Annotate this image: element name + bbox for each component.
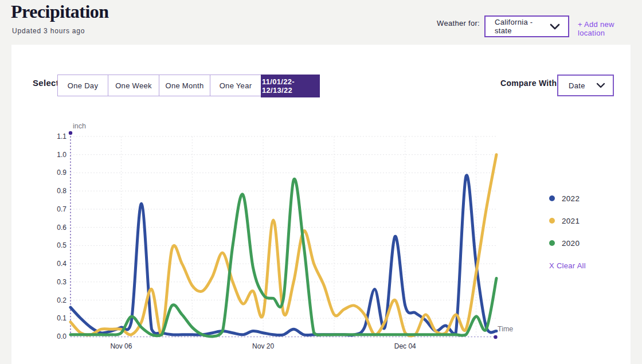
compare-with-label: Compare With: <box>500 79 559 88</box>
chevron-down-icon <box>550 24 560 30</box>
legend-item-2021[interactable]: 2021 <box>549 217 586 225</box>
legend-item-2020[interactable]: 2020 <box>549 239 586 247</box>
legend-item-2022[interactable]: 2022 <box>549 194 586 202</box>
legend-dot-2021 <box>549 218 555 224</box>
tab-one-year[interactable]: One Year <box>210 75 261 96</box>
tab-one-week[interactable]: One Week <box>108 75 159 96</box>
location-dropdown[interactable]: California - state <box>484 15 569 37</box>
legend-label: 2022 <box>562 194 580 203</box>
tab-one-day[interactable]: One Day <box>58 75 108 96</box>
add-location-link[interactable]: + Add new location <box>578 20 642 37</box>
weather-for-label: Weather for: <box>432 19 480 28</box>
select-label: Select <box>33 78 59 88</box>
compare-date-value: Date <box>569 81 585 90</box>
chevron-down-icon <box>596 83 605 88</box>
clear-all-link[interactable]: X Clear All <box>549 261 586 270</box>
weather-app-page: Precipitation Updated 3 hours ago Weathe… <box>0 0 642 364</box>
location-dropdown-value: California - state <box>495 18 550 35</box>
compare-date-dropdown[interactable]: Date <box>557 75 614 96</box>
tab-11-01-22-12-13-22[interactable]: 11/01/22-12/13/22 <box>261 75 320 97</box>
legend-label: 2020 <box>562 239 580 248</box>
legend-dot-2020 <box>549 240 555 246</box>
legend-label: 2021 <box>562 217 580 225</box>
tab-one-month[interactable]: One Month <box>159 75 210 96</box>
range-tabs: One DayOne WeekOne MonthOne Year11/01/22… <box>57 75 320 96</box>
chart-legend: 202220212020X Clear All <box>549 194 586 270</box>
page-title: Precipitation <box>11 1 109 22</box>
updated-status: Updated 3 hours ago <box>12 27 85 35</box>
legend-dot-2022 <box>549 195 555 201</box>
